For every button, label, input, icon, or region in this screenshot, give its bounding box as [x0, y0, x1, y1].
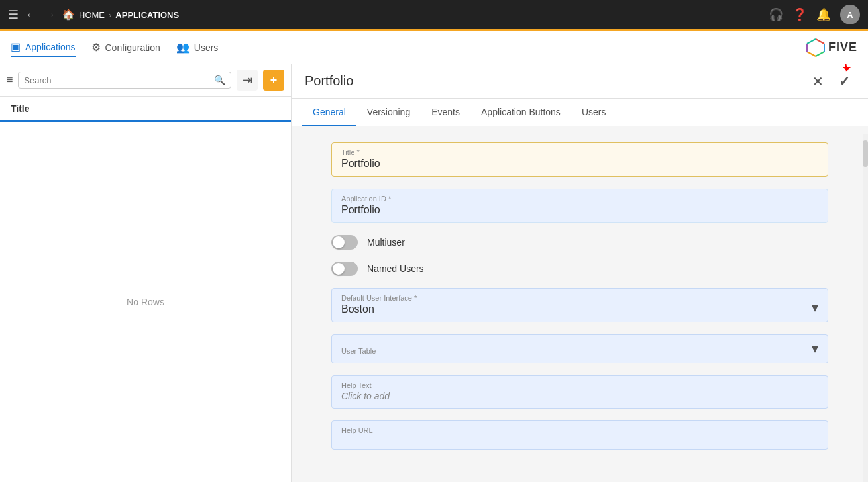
right-panel: Portfolio ✕ ✓ General — [292, 64, 868, 482]
save-icon: ✓ — [839, 73, 850, 89]
tab-versioning[interactable]: Versioning — [356, 99, 421, 126]
nav-item-applications[interactable]: ▣ Applications — [11, 38, 76, 57]
tab-application-buttons[interactable]: Application Buttons — [470, 99, 571, 126]
panel-header: Portfolio ✕ ✓ — [292, 64, 868, 99]
panel-actions: ✕ ✓ — [807, 71, 855, 92]
app-id-value: Portfolio — [341, 204, 818, 216]
form-area: Title * Portfolio Application ID * Portf… — [292, 126, 868, 482]
nav-item-applications-label: Applications — [25, 42, 76, 52]
nav-item-configuration[interactable]: ⚙ Configuration — [91, 38, 160, 56]
default-ui-inner: Default User Interface * Boston — [341, 294, 812, 315]
default-ui-chevron-icon: ▾ — [812, 299, 818, 315]
breadcrumb-separator: › — [109, 10, 111, 20]
tab-users[interactable]: Users — [571, 99, 617, 126]
named-users-row: Named Users — [331, 262, 828, 276]
sidebar-title-label: Title — [11, 103, 30, 114]
close-icon: ✕ — [812, 73, 824, 89]
default-ui-label: Default User Interface * — [341, 294, 812, 302]
user-table-inner: User Table — [341, 347, 812, 356]
svg-line-7 — [843, 64, 847, 71]
svg-marker-8 — [843, 67, 851, 71]
toggle-knob — [333, 236, 345, 248]
default-ui-field[interactable]: Default User Interface * Boston ▾ — [331, 288, 828, 322]
multiuser-row: Multiuser — [331, 235, 828, 250]
search-input[interactable] — [24, 75, 214, 85]
help-text-label: Help Text — [341, 381, 818, 389]
headset-icon[interactable]: 🎧 — [769, 7, 783, 22]
applications-icon: ▣ — [11, 40, 21, 53]
home-icon: 🏠 — [62, 9, 75, 21]
named-users-toggle[interactable] — [331, 262, 358, 276]
bell-icon[interactable]: 🔔 — [816, 7, 831, 22]
panel-title: Portfolio — [305, 73, 353, 89]
main-layout: ≡ 🔍 ⇥ + Title No Rows Portfolio ✕ — [0, 64, 868, 482]
export-button[interactable]: ⇥ — [237, 70, 258, 91]
user-table-chevron-icon: ▾ — [812, 340, 818, 356]
panel-scrollbar-thumb — [863, 140, 868, 167]
svg-line-3 — [816, 52, 824, 56]
current-page-label: APPLICATIONS — [115, 10, 179, 20]
help-url-field[interactable]: Help URL — [331, 420, 828, 450]
multiuser-label: Multiuser — [367, 237, 405, 248]
menu-icon[interactable]: ☰ — [8, 7, 19, 22]
export-icon: ⇥ — [243, 73, 252, 87]
sidebar-header: Title — [0, 97, 291, 122]
tabs-bar: General Versioning Events Application Bu… — [292, 99, 868, 126]
named-users-toggle-knob — [333, 263, 345, 275]
tab-events[interactable]: Events — [421, 99, 470, 126]
nav-item-users-label: Users — [194, 42, 219, 53]
five-logo-text: FIVE — [828, 40, 857, 54]
sidebar: ≡ 🔍 ⇥ + Title No Rows — [0, 64, 292, 482]
user-table-field[interactable]: User Table ▾ — [331, 334, 828, 363]
close-button[interactable]: ✕ — [807, 71, 828, 92]
title-label: Title * — [341, 148, 818, 156]
svg-line-4 — [807, 52, 816, 56]
user-table-label: User Table — [341, 347, 812, 355]
title-field[interactable]: Title * Portfolio — [331, 142, 828, 177]
second-bar-left: ▣ Applications ⚙ Configuration 👥 Users — [11, 38, 218, 57]
second-bar: ▣ Applications ⚙ Configuration 👥 Users F… — [0, 31, 868, 64]
help-text-field[interactable]: Help Text Click to add — [331, 375, 828, 409]
users-icon: 👥 — [176, 41, 190, 54]
sidebar-toolbar: ≡ 🔍 ⇥ + — [0, 64, 291, 97]
svg-line-6 — [807, 39, 816, 44]
top-bar-left: ☰ ← → 🏠 HOME › APPLICATIONS — [8, 7, 762, 22]
save-button[interactable]: ✓ — [834, 71, 855, 92]
panel-scrollbar[interactable] — [863, 134, 868, 482]
tab-general[interactable]: General — [302, 99, 356, 126]
sidebar-empty-message: No Rows — [0, 122, 291, 482]
top-bar-right: 🎧 ❓ 🔔 A — [769, 5, 860, 24]
help-text-placeholder: Click to add — [341, 391, 818, 401]
search-icon: 🔍 — [214, 75, 225, 85]
breadcrumb: 🏠 HOME › APPLICATIONS — [62, 9, 179, 21]
help-icon[interactable]: ❓ — [792, 7, 807, 22]
title-value: Portfolio — [341, 158, 818, 169]
multiuser-toggle[interactable] — [331, 235, 358, 250]
application-id-field[interactable]: Application ID * Portfolio — [331, 189, 828, 223]
svg-line-1 — [816, 39, 824, 44]
five-logo-icon — [806, 38, 826, 58]
forward-icon[interactable]: → — [44, 8, 56, 22]
help-url-label: Help URL — [341, 426, 818, 434]
back-icon[interactable]: ← — [25, 8, 37, 22]
home-label[interactable]: HOME — [79, 10, 105, 20]
filter-icon[interactable]: ≡ — [7, 74, 13, 86]
named-users-label: Named Users — [367, 264, 424, 274]
nav-item-users[interactable]: 👥 Users — [176, 38, 219, 56]
add-icon: + — [270, 73, 278, 87]
search-container: 🔍 — [18, 72, 231, 89]
top-bar-wrapper: ☰ ← → 🏠 HOME › APPLICATIONS 🎧 ❓ 🔔 A — [0, 0, 868, 31]
five-logo: FIVE — [806, 38, 857, 58]
add-button[interactable]: + — [263, 70, 284, 91]
top-bar: ☰ ← → 🏠 HOME › APPLICATIONS 🎧 ❓ 🔔 A — [0, 0, 868, 29]
default-ui-value: Boston — [341, 303, 812, 315]
avatar[interactable]: A — [840, 5, 860, 24]
nav-item-configuration-label: Configuration — [105, 42, 160, 53]
app-id-label: Application ID * — [341, 195, 818, 203]
configuration-icon: ⚙ — [91, 41, 101, 54]
